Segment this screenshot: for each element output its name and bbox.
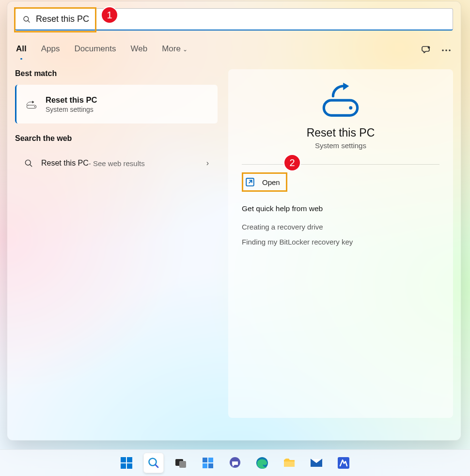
preview-subtitle: System settings [242,141,439,150]
help-heading: Get quick help from web [242,204,439,213]
svg-point-7 [34,106,35,107]
annotation-badge-1: 1 [101,6,118,24]
best-match-subtitle: System settings [46,106,97,113]
taskbar [0,449,470,476]
svg-line-1 [28,20,30,22]
svg-point-4 [445,49,447,51]
chevron-down-icon: ⌄ [183,46,188,53]
search-web-heading: Search the web [15,134,218,143]
tab-all[interactable]: All [16,44,27,57]
tab-apps[interactable]: Apps [41,44,60,57]
open-action[interactable]: Open [242,173,286,191]
svg-point-3 [442,49,444,51]
svg-rect-13 [121,457,126,462]
tab-more[interactable]: More⌄ [162,44,188,57]
best-match-result[interactable]: Reset this PC System settings [15,85,218,123]
svg-point-5 [449,49,451,51]
taskbar-search[interactable] [143,453,164,473]
start-search-panel: 1 All Apps Documents Web More⌄ Best matc… [7,1,461,441]
taskbar-start[interactable] [116,453,137,473]
svg-line-9 [30,165,32,167]
taskbar-file-explorer[interactable] [279,453,299,473]
svg-rect-27 [284,461,295,467]
web-result-suffix: - See web results [89,159,145,168]
search-icon [22,15,31,24]
svg-line-18 [156,465,158,467]
taskbar-app[interactable] [333,453,354,473]
preview-icon [242,82,439,120]
svg-rect-22 [208,458,213,462]
svg-rect-15 [121,463,126,469]
desktop: 1 All Apps Documents Web More⌄ Best matc… [0,0,470,476]
help-link[interactable]: Finding my BitLocker recovery key [242,238,439,246]
svg-rect-16 [127,463,132,469]
recovery-icon [25,98,38,110]
svg-rect-23 [203,463,207,468]
search-icon [24,158,33,168]
more-options-icon[interactable] [440,45,452,56]
svg-point-11 [349,106,352,109]
taskbar-edge[interactable] [252,453,272,473]
preview-pane: Reset this PC System settings 2 Open Get [228,69,453,418]
annotation-badge-2: 2 [283,154,301,171]
search-input[interactable] [36,14,446,24]
best-match-title: Reset this PC [46,95,97,105]
svg-point-2 [428,46,430,49]
web-result[interactable]: Reset this PC - See web results › [15,150,218,177]
preview-title: Reset this PC [242,126,439,139]
tab-documents[interactable]: Documents [74,44,116,57]
results-column: Best match Reset this PC System settings… [15,69,218,418]
web-result-title: Reset this PC [41,159,89,168]
svg-rect-20 [179,461,186,468]
open-label: Open [262,178,280,186]
svg-rect-14 [127,457,132,462]
tab-web[interactable]: Web [130,44,147,57]
filter-tabs: All Apps Documents Web More⌄ [15,44,453,57]
chevron-right-icon: › [206,159,209,168]
svg-rect-21 [203,458,207,462]
best-match-heading: Best match [15,69,218,78]
taskbar-mail[interactable] [306,453,327,473]
help-link[interactable]: Creating a recovery drive [242,223,439,231]
chat-icon[interactable] [420,45,432,56]
taskbar-task-view[interactable] [171,453,191,473]
svg-rect-24 [208,463,213,468]
taskbar-widgets[interactable] [198,453,218,473]
open-external-icon [245,177,255,187]
taskbar-chat[interactable] [225,453,245,473]
search-box[interactable] [15,8,453,31]
